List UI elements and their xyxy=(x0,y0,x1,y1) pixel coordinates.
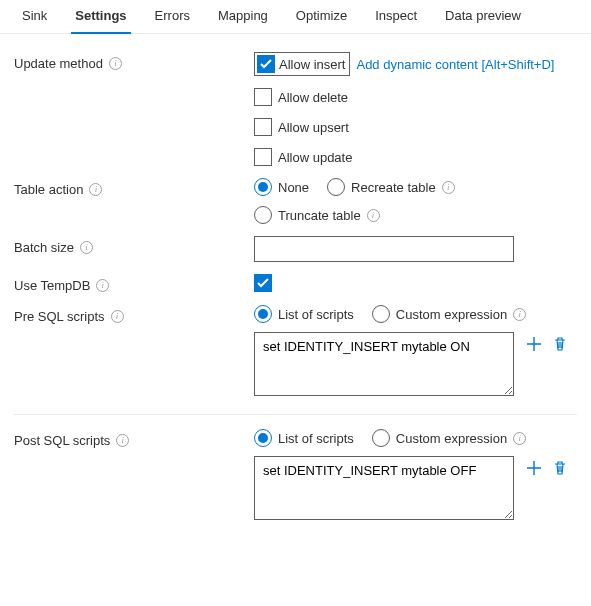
post-sql-custom-radio[interactable]: Custom expression i xyxy=(372,429,526,447)
tab-mapping[interactable]: Mapping xyxy=(204,0,282,33)
check-icon xyxy=(257,277,269,289)
post-sql-custom-label: Custom expression xyxy=(396,431,507,446)
tab-optimize[interactable]: Optimize xyxy=(282,0,361,33)
tab-sink[interactable]: Sink xyxy=(8,0,61,33)
update-method-label: Update method xyxy=(14,56,103,71)
batch-size-input[interactable] xyxy=(254,236,514,262)
info-icon[interactable]: i xyxy=(96,279,109,292)
info-icon[interactable]: i xyxy=(111,310,124,323)
table-action-recreate-label: Recreate table xyxy=(351,180,436,195)
allow-insert-label: Allow insert xyxy=(279,57,345,72)
info-icon[interactable]: i xyxy=(367,209,380,222)
allow-update-label: Allow update xyxy=(278,150,352,165)
table-action-none-label: None xyxy=(278,180,309,195)
allow-upsert-checkbox[interactable]: Allow upsert xyxy=(254,118,349,136)
tab-settings[interactable]: Settings xyxy=(61,0,140,33)
post-sql-list-radio[interactable]: List of scripts xyxy=(254,429,354,447)
post-sql-textarea[interactable] xyxy=(254,456,514,520)
use-tempdb-label: Use TempDB xyxy=(14,278,90,293)
tab-data-preview[interactable]: Data preview xyxy=(431,0,535,33)
batch-size-label: Batch size xyxy=(14,240,74,255)
table-action-truncate-radio[interactable]: Truncate table i xyxy=(254,206,380,224)
tab-inspect[interactable]: Inspect xyxy=(361,0,431,33)
allow-update-checkbox[interactable]: Allow update xyxy=(254,148,352,166)
table-action-label: Table action xyxy=(14,182,83,197)
info-icon[interactable]: i xyxy=(109,57,122,70)
allow-insert-checkbox[interactable]: Allow insert xyxy=(254,52,350,76)
info-icon[interactable]: i xyxy=(80,241,93,254)
info-icon[interactable]: i xyxy=(513,308,526,321)
allow-delete-checkbox[interactable]: Allow delete xyxy=(254,88,348,106)
pre-sql-custom-label: Custom expression xyxy=(396,307,507,322)
table-action-none-radio[interactable]: None xyxy=(254,178,309,196)
tab-errors[interactable]: Errors xyxy=(141,0,204,33)
table-action-recreate-radio[interactable]: Recreate table i xyxy=(327,178,455,196)
post-sql-label: Post SQL scripts xyxy=(14,433,110,448)
post-sql-list-label: List of scripts xyxy=(278,431,354,446)
delete-icon[interactable] xyxy=(550,458,570,478)
pre-sql-textarea[interactable] xyxy=(254,332,514,396)
pre-sql-custom-radio[interactable]: Custom expression i xyxy=(372,305,526,323)
table-action-truncate-label: Truncate table xyxy=(278,208,361,223)
info-icon[interactable]: i xyxy=(89,183,102,196)
info-icon[interactable]: i xyxy=(442,181,455,194)
add-dynamic-content-link[interactable]: Add dynamic content [Alt+Shift+D] xyxy=(356,57,554,72)
use-tempdb-checkbox[interactable] xyxy=(254,274,272,292)
allow-upsert-label: Allow upsert xyxy=(278,120,349,135)
info-icon[interactable]: i xyxy=(513,432,526,445)
pre-sql-list-label: List of scripts xyxy=(278,307,354,322)
add-icon[interactable] xyxy=(524,334,544,354)
add-icon[interactable] xyxy=(524,458,544,478)
pre-sql-label: Pre SQL scripts xyxy=(14,309,105,324)
delete-icon[interactable] xyxy=(550,334,570,354)
tab-bar: Sink Settings Errors Mapping Optimize In… xyxy=(0,0,591,34)
divider xyxy=(14,414,577,415)
allow-delete-label: Allow delete xyxy=(278,90,348,105)
pre-sql-list-radio[interactable]: List of scripts xyxy=(254,305,354,323)
info-icon[interactable]: i xyxy=(116,434,129,447)
check-icon xyxy=(260,58,272,70)
